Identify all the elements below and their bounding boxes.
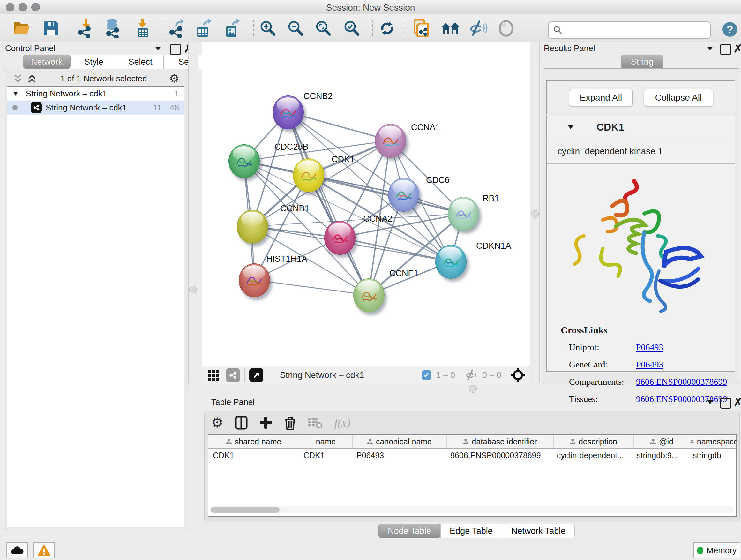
save-session-icon[interactable] xyxy=(41,18,61,39)
network-row[interactable]: String Network – cdk1 11 48 xyxy=(7,101,184,115)
edge-CCNA2-CDKN1A[interactable] xyxy=(340,238,451,261)
crosslink-link[interactable]: 9606.ENSP00000378699 xyxy=(636,377,727,387)
node-CDC6[interactable] xyxy=(388,178,419,212)
cell-canonical-name[interactable]: P06493 xyxy=(352,449,446,462)
edge-HIST1H1A-CCNE1[interactable] xyxy=(254,280,368,295)
crosslink-link[interactable]: P06493 xyxy=(636,360,664,370)
right-splitter-handle[interactable] xyxy=(531,210,539,218)
table-panel-float-icon[interactable] xyxy=(720,398,731,409)
column-header-@id[interactable]: @id xyxy=(634,435,690,448)
results-panel-close-icon[interactable]: ✗ xyxy=(733,42,741,55)
tree-expander-icon[interactable]: ▼ xyxy=(12,90,19,98)
crosslink-link[interactable]: P06493 xyxy=(636,342,664,353)
zoom-fit-icon[interactable] xyxy=(313,18,334,39)
column-header-description[interactable]: description xyxy=(554,435,634,448)
selected-nodes-checkbox-icon[interactable]: ✓ xyxy=(422,370,431,380)
open-session-icon[interactable] xyxy=(11,18,32,39)
function-builder-icon[interactable]: f(x) xyxy=(334,416,350,429)
cloud-button[interactable] xyxy=(6,543,28,558)
search-input[interactable] xyxy=(565,23,710,37)
pan-crosshair-icon[interactable] xyxy=(511,368,525,382)
import-table-file-icon[interactable] xyxy=(133,18,153,39)
table-horizontal-scrollbar[interactable] xyxy=(210,506,733,513)
copy-style-icon[interactable] xyxy=(412,18,432,39)
control-panel-collapse-icon[interactable] xyxy=(155,47,161,51)
export-table-icon[interactable] xyxy=(193,18,214,39)
column-header-database-identifier[interactable]: database identifier xyxy=(447,435,554,448)
memory-button[interactable]: Memory xyxy=(693,543,740,558)
node-RB1[interactable] xyxy=(448,197,479,231)
node-CCNB2[interactable] xyxy=(273,96,304,129)
create-column-plus-icon[interactable] xyxy=(259,416,273,429)
column-header-name[interactable]: name xyxy=(299,435,353,448)
tab-network-table[interactable]: Network Table xyxy=(502,523,575,538)
hidden-eye-slash-icon[interactable] xyxy=(464,369,479,381)
column-header-shared-name[interactable]: shared name xyxy=(208,435,299,448)
tab-network[interactable]: Network xyxy=(23,55,71,69)
export-image-icon[interactable] xyxy=(222,18,242,39)
column-header-canonical-name[interactable]: canonical name xyxy=(353,435,447,448)
delete-column-trash-icon[interactable] xyxy=(284,415,296,430)
tab-string[interactable]: String xyxy=(621,55,664,69)
expand-all-icon[interactable] xyxy=(26,73,38,84)
hide-selected-eye-icon[interactable] xyxy=(468,18,488,39)
horizontal-splitter-handle[interactable] xyxy=(469,385,477,393)
left-splitter-handle[interactable] xyxy=(189,286,197,294)
expand-all-button[interactable]: Expand All xyxy=(569,89,633,106)
warning-button[interactable] xyxy=(33,543,55,558)
cell-name[interactable]: CDK1 xyxy=(299,449,352,462)
import-network-database-icon[interactable] xyxy=(103,18,123,39)
node-HIST1H1A[interactable] xyxy=(239,263,270,297)
table-panel-close-icon[interactable]: ✗ xyxy=(733,396,741,409)
tab-edge-table[interactable]: Edge Table xyxy=(441,523,502,538)
import-network-file-icon[interactable] xyxy=(76,18,96,39)
export-network-icon[interactable] xyxy=(167,18,187,39)
column-header-namespace[interactable]: namespace xyxy=(690,435,737,448)
zoom-in-icon[interactable] xyxy=(258,18,278,39)
cell-description[interactable]: cyclin-dependent ... xyxy=(552,449,632,462)
node-CDKN1A[interactable] xyxy=(435,245,467,279)
network-canvas[interactable]: CCNB2CCNA1CDC25BCDK1CDC6RB1CCNB1CCNA2CDK… xyxy=(202,42,530,366)
network-collection-row[interactable]: ▼ String Network – cdk1 1 xyxy=(7,86,184,101)
left-splitter[interactable] xyxy=(188,42,198,384)
collapse-all-button[interactable]: Collapse All xyxy=(644,89,713,106)
right-splitter[interactable] xyxy=(530,42,540,384)
crosslink-link[interactable]: 9606.ENSP00000378699 xyxy=(636,394,727,404)
scrollbar-thumb[interactable] xyxy=(211,507,280,513)
zoom-selected-icon[interactable] xyxy=(342,18,362,39)
network-view-share-icon[interactable] xyxy=(226,368,240,382)
cell-database-identifier[interactable]: 9606.ENSP00000378699 xyxy=(446,449,552,462)
node-CCNB1[interactable] xyxy=(237,210,268,244)
results-node-header[interactable]: CDK1 xyxy=(547,115,735,139)
node-table[interactable]: shared namenamecanonical namedatabase id… xyxy=(208,434,737,516)
zoom-out-icon[interactable] xyxy=(286,18,306,39)
collapse-all-icon[interactable] xyxy=(12,73,24,84)
tab-node-table[interactable]: Node Table xyxy=(379,523,441,538)
birds-eye-view-icon[interactable] xyxy=(249,368,263,382)
grid-view-icon[interactable] xyxy=(207,369,220,381)
control-panel-float-icon[interactable] xyxy=(170,44,181,55)
node-CCNE1[interactable] xyxy=(353,278,385,312)
results-panel-collapse-icon[interactable] xyxy=(707,47,713,51)
refresh-icon[interactable] xyxy=(377,18,397,39)
cell-namespace[interactable]: stringdb xyxy=(688,449,736,462)
cell-shared-name[interactable]: CDK1 xyxy=(208,449,299,462)
node-CDC25B[interactable] xyxy=(228,144,260,178)
node-CCNA1[interactable] xyxy=(375,124,406,158)
cell-@id[interactable]: stringdb:9... xyxy=(632,449,688,462)
show-eye-icon[interactable] xyxy=(496,18,516,39)
table-options-gear-icon[interactable]: ⚙ xyxy=(211,416,223,429)
delete-table-icon[interactable] xyxy=(308,416,323,429)
section-collapse-icon[interactable] xyxy=(568,125,574,129)
network-list-options-gear-icon[interactable]: ⚙ xyxy=(169,73,179,84)
tab-select[interactable]: Select xyxy=(117,55,164,69)
help-button[interactable]: ? xyxy=(723,22,737,37)
results-panel-float-icon[interactable] xyxy=(720,44,731,55)
home-icon[interactable] xyxy=(441,18,461,39)
show-columns-icon[interactable] xyxy=(235,416,248,430)
search-box[interactable] xyxy=(548,21,711,39)
node-CDK1[interactable] xyxy=(293,159,324,192)
node-CCNA2[interactable] xyxy=(324,221,355,255)
table-row[interactable]: CDK1CDK1P064939606.ENSP00000378699cyclin… xyxy=(208,449,736,462)
table-panel-collapse-icon[interactable] xyxy=(707,400,713,404)
